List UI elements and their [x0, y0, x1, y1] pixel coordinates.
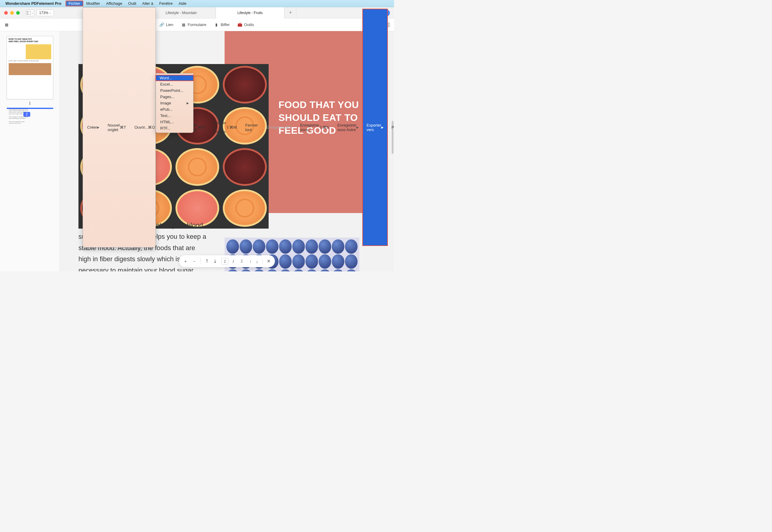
export-powerpoint[interactable]: PowerPoint... — [156, 87, 193, 94]
export-rtf[interactable]: RTF... — [156, 125, 193, 131]
sidebar-toggle-button[interactable]: ⌄ — [26, 10, 34, 16]
zoom-window-button[interactable] — [16, 11, 20, 15]
close-window-button[interactable] — [4, 11, 8, 15]
menu-creer[interactable]: Créer▶ — [83, 9, 104, 246]
zoom-value: 173% — [39, 11, 48, 15]
menu-protection[interactable]: Protection▶ — [387, 9, 394, 246]
zoom-out-button[interactable]: － — [192, 259, 197, 264]
menu-affichage[interactable]: Affichage — [103, 1, 125, 6]
zoom-in-button[interactable]: ＋ — [183, 259, 188, 264]
thumbnail-panel: HOW TO EAT HEALTHY AND FEEL GOOD EVERY D… — [0, 31, 60, 271]
minimize-window-button[interactable] — [10, 11, 14, 15]
menu-allera[interactable]: Aller à — [139, 1, 156, 6]
first-page-button[interactable]: ⤒ — [205, 259, 209, 264]
export-text[interactable]: Text... — [156, 113, 193, 119]
exporter-vers-submenu: Word... Excel... PowerPoint... Pages... … — [156, 73, 194, 133]
page-nav-toolbar: ＋ － ⤒ ⤓ 2 / 2 ↑ ↓ ✕ — [179, 255, 275, 267]
thumb1-sub: FOODS THAT YOU SHOULD AVOID OR EAT IN A … — [9, 60, 51, 62]
page-sep: / — [233, 259, 234, 264]
page-current-input[interactable]: 2 — [221, 258, 229, 265]
macos-menubar: Wondershare PDFelement Pro Fichier Modif… — [0, 0, 394, 7]
menu-aide[interactable]: Aide — [176, 1, 189, 6]
export-excel[interactable]: Excel... — [156, 81, 193, 87]
thumb1-label: 1 — [2, 101, 57, 105]
prev-page-button[interactable]: ↑ — [250, 259, 252, 264]
close-floatbar-button[interactable]: ✕ — [267, 259, 271, 264]
fichier-dropdown: Créer▶ Nouvel onglet⌘T Ouvrir...⌘O Ouvri… — [83, 7, 156, 247]
last-page-button[interactable]: ⤓ — [213, 259, 217, 264]
menu-exporter-vers[interactable]: Exporter vers▶ — [362, 9, 388, 246]
menu-enregistrer: Enregistrer⌘S — [262, 9, 296, 246]
thumb1-heading-a: HOW TO EAT HEALTHY — [9, 38, 51, 40]
menu-nouvel-onglet[interactable]: Nouvel onglet⌘T — [104, 9, 130, 246]
menu-fermer-fenetre[interactable]: Fermer la fenêtre⇧⌘W — [209, 9, 241, 246]
export-html[interactable]: HTML... — [156, 119, 193, 125]
export-word[interactable]: Word... — [155, 75, 194, 81]
menu-ouvrir[interactable]: Ouvrir...⌘O — [130, 9, 159, 246]
menu-enregistrer-sous-autre[interactable]: Enregistrer sous Autre▶ — [333, 9, 363, 246]
menu-enregistrer-sous[interactable]: Enregistrer sous...⇧⌘S — [296, 9, 333, 246]
app-name: Wondershare PDFelement Pro — [5, 1, 61, 6]
next-page-button[interactable]: ↓ — [256, 259, 259, 264]
page-thumbnail-2[interactable]: Fiber helps you maintain your blood suga… — [7, 108, 53, 109]
thumb1-heading-b: AND FEEL GOOD EVERY DAY — [9, 40, 51, 43]
svg-rect-0 — [27, 11, 31, 15]
export-epub[interactable]: ePub... — [156, 106, 193, 113]
menu-fenetre[interactable]: Fenêtre — [156, 1, 176, 6]
traffic-lights — [4, 11, 20, 15]
zoom-level-select[interactable]: 173%⌄ — [37, 10, 54, 16]
page-total: 2 — [238, 258, 245, 265]
toolbar-view-grid[interactable]: ▦ — [4, 22, 9, 27]
menu-fichier[interactable]: Fichier — [66, 1, 83, 6]
export-pages[interactable]: Pages... — [156, 94, 193, 100]
grid-icon: ▦ — [4, 22, 9, 27]
menu-modifier[interactable]: Modifier — [83, 1, 103, 6]
menu-outil[interactable]: Outil — [125, 1, 139, 6]
menu-fermer-tout[interactable]: Fermer tout — [241, 9, 262, 246]
export-image[interactable]: Image▶ — [156, 100, 193, 106]
page-thumbnail-1[interactable]: HOW TO EAT HEALTHY AND FEEL GOOD EVERY D… — [7, 36, 53, 99]
